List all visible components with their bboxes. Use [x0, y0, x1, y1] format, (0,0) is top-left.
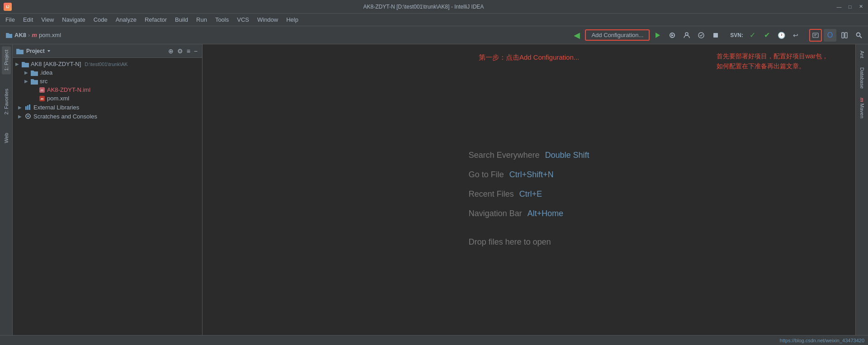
tree-arrow-idea: ▶: [24, 70, 29, 75]
maven-m-icon: m: [859, 98, 865, 102]
maximize-button[interactable]: □: [846, 3, 854, 10]
svg-rect-5: [713, 33, 718, 38]
project-dropdown-icon[interactable]: [47, 49, 51, 53]
help-label-search: Search Everywhere: [468, 151, 539, 160]
highlighted-toolbar-button[interactable]: [809, 29, 822, 42]
status-bar: https://blog.csdn.net/weixin_43473420: [0, 335, 868, 345]
menu-window[interactable]: Window: [254, 15, 282, 25]
pom-file-icon: m: [39, 95, 45, 102]
help-shortcut-goto: Ctrl+Shift+N: [509, 170, 553, 180]
project-header-add-icon[interactable]: ⊕: [167, 47, 175, 56]
run-button[interactable]: [651, 29, 664, 42]
toolbar-breadcrumb: AK8 › m pom.xml: [3, 31, 64, 40]
tree-pom-file[interactable]: ▶ m pom.xml: [13, 94, 202, 103]
tree-external-libraries[interactable]: ▶ External Libraries: [13, 103, 202, 112]
right-tab-database[interactable]: Database: [858, 63, 867, 93]
tree-scratches-name: Scratches and Consoles: [33, 113, 97, 120]
svg-point-11: [857, 33, 860, 36]
menu-bar: File Edit View Navigate Code Analyze Ref…: [0, 14, 868, 26]
idea-folder-icon: [31, 70, 38, 76]
scratch-icon: [24, 113, 32, 120]
menu-analyze[interactable]: Analyze: [112, 15, 140, 25]
tree-arrow-src: ▶: [24, 79, 29, 84]
coverage-button[interactable]: [695, 29, 708, 42]
stop-button[interactable]: [709, 29, 722, 42]
project-title-label: Project: [26, 48, 45, 54]
svg-point-22: [27, 115, 29, 117]
minimize-button[interactable]: —: [835, 3, 843, 10]
svg-marker-13: [47, 50, 50, 52]
toolbar: AK8 › m pom.xml ◀ Add Configuration...: [0, 26, 868, 44]
breadcrumb-project[interactable]: AK8: [14, 32, 26, 38]
project-tree: ▶ AK8 [AK8-ZDYT-N] D:\test001\trunk\AK ▶…: [13, 58, 202, 335]
svn-check-blue-button[interactable]: ✔: [760, 29, 773, 42]
run-back-button[interactable]: ◀: [571, 29, 583, 42]
menu-run[interactable]: Run: [193, 15, 211, 25]
tree-root-path: D:\test001\trunk\AK: [85, 61, 127, 67]
svg-line-12: [860, 36, 862, 38]
title-left: IJ: [4, 3, 12, 11]
left-sidebar-tabs: 1: Project 2: Favorites Web: [0, 44, 13, 335]
svg-rect-20: [29, 104, 30, 110]
menu-build[interactable]: Build: [171, 15, 192, 25]
ext-lib-icon: [24, 104, 32, 111]
help-row-search: Search Everywhere Double Shift: [468, 151, 589, 160]
right-tab-ant[interactable]: Ant: [858, 46, 867, 63]
tree-scratches[interactable]: ▶ Scratches and Consoles: [13, 112, 202, 121]
help-label-goto: Go to File: [468, 170, 504, 180]
menu-edit[interactable]: Edit: [19, 15, 37, 25]
help-shortcut-search: Double Shift: [545, 151, 590, 160]
tree-arrow-scratch: ▶: [17, 114, 23, 119]
project-header-settings-icon[interactable]: ⚙: [176, 47, 184, 56]
menu-view[interactable]: View: [38, 15, 57, 25]
menu-refactor[interactable]: Refactor: [141, 15, 170, 25]
tree-iml-name: AK8-ZDYT-N.iml: [47, 86, 90, 93]
help-row-navbar: Navigation Bar Alt+Home: [468, 209, 589, 218]
tree-ext-name: External Libraries: [33, 104, 79, 111]
intellij-logo: IJ: [4, 3, 12, 11]
menu-vcs[interactable]: VCS: [233, 15, 253, 25]
folder-icon: [5, 32, 13, 39]
right-tab-maven[interactable]: m Maven: [858, 93, 867, 123]
tree-src-folder[interactable]: ▶ src: [13, 77, 202, 85]
svn-revert-button[interactable]: ↩: [789, 29, 802, 42]
tree-pom-name: pom.xml: [47, 95, 69, 102]
menu-code[interactable]: Code: [90, 15, 111, 25]
profile-button[interactable]: [680, 29, 693, 42]
add-configuration-button[interactable]: Add Configuration...: [585, 29, 650, 41]
menu-tools[interactable]: Tools: [212, 15, 232, 25]
svg-marker-0: [656, 33, 660, 38]
annotation-step1: 第一步：点击Add Configuration...: [479, 53, 580, 62]
svg-rect-6: [813, 33, 818, 38]
project-panel-title: Project: [26, 48, 51, 54]
main-area: 1: Project 2: Favorites Web Project ⊕ ⚙ …: [0, 44, 868, 335]
svn-history-button[interactable]: 🕐: [775, 29, 788, 42]
svg-rect-10: [845, 33, 847, 38]
tree-root-name: AK8 [AK8-ZDYT-N]: [31, 61, 81, 67]
sidebar-tab-web[interactable]: Web: [2, 129, 11, 147]
breadcrumb-separator: ›: [28, 32, 30, 38]
help-label-navbar: Navigation Bar: [468, 209, 522, 218]
menu-help[interactable]: Help: [283, 15, 302, 25]
tree-iml-file[interactable]: ▶ m AK8-ZDYT-N.iml: [13, 85, 202, 94]
sidebar-tab-project[interactable]: 1: Project: [2, 46, 11, 74]
outlook-icon-button[interactable]: O: [824, 29, 836, 42]
debug-button[interactable]: [666, 29, 679, 42]
tree-idea-folder[interactable]: ▶ .idea: [13, 68, 202, 77]
svg-text:m: m: [41, 97, 43, 100]
close-button[interactable]: ✕: [857, 3, 864, 10]
help-row-recent: Recent Files Ctrl+E: [468, 189, 589, 199]
project-header-close-icon[interactable]: −: [193, 47, 198, 56]
right-sidebar: Ant Database m Maven: [855, 44, 868, 335]
annotation-line1: 首先要部署好项目，配置好项目war包，: [717, 51, 828, 61]
sidebar-tab-favorites[interactable]: 2: Favorites: [2, 85, 11, 118]
project-header-gear-icon[interactable]: ≡: [186, 47, 191, 56]
breadcrumb-filename[interactable]: pom.xml: [39, 32, 61, 38]
tree-root[interactable]: ▶ AK8 [AK8-ZDYT-N] D:\test001\trunk\AK: [13, 60, 202, 68]
layout-button[interactable]: [838, 29, 851, 42]
project-folder-icon: [16, 48, 24, 54]
svn-checkmark-button[interactable]: ✓: [746, 29, 759, 42]
menu-navigate[interactable]: Navigate: [58, 15, 89, 25]
search-button[interactable]: [853, 29, 865, 42]
menu-file[interactable]: File: [2, 15, 19, 25]
